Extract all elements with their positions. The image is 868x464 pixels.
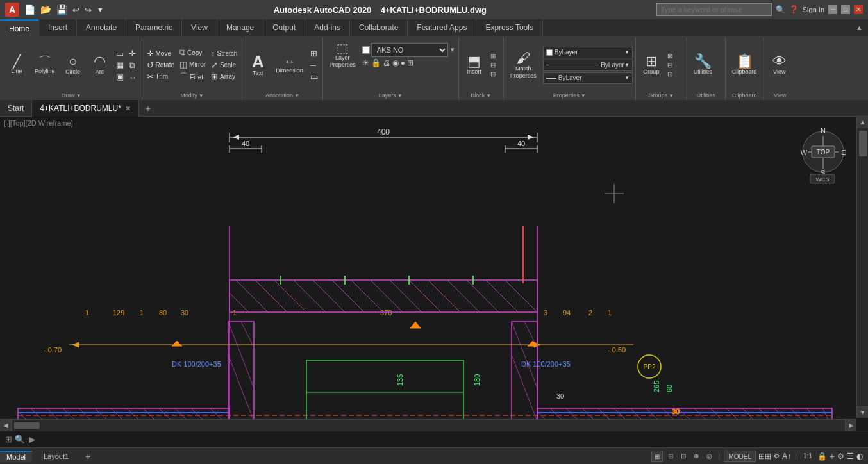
line-button[interactable]: ╱ Line xyxy=(4,53,29,78)
sign-in-btn[interactable]: Sign In xyxy=(803,6,824,13)
scroll-left-btn[interactable]: ◀ xyxy=(0,420,12,431)
model-space-btn[interactable]: MODEL xyxy=(724,451,756,462)
close-btn[interactable]: ✕ xyxy=(854,5,863,14)
layout1-tab[interactable]: Layout1 xyxy=(37,451,75,461)
scroll-thumb-v[interactable] xyxy=(859,131,867,156)
max-btn[interactable]: □ xyxy=(841,5,850,14)
stretch-button[interactable]: ↔ xyxy=(127,72,139,83)
drawing-tab-close[interactable]: ✕ xyxy=(125,100,131,117)
mirror-tool[interactable]: ◫Mirror xyxy=(178,59,208,70)
view-button[interactable]: 👁 View xyxy=(767,52,792,78)
new-layout-btn[interactable]: + xyxy=(80,448,96,465)
block-s1[interactable]: ⊞ xyxy=(488,52,497,60)
tab-addins[interactable]: Add-ins xyxy=(305,19,350,36)
tab-start[interactable]: Start xyxy=(0,100,32,117)
zoom-scale[interactable]: 1:1 xyxy=(801,452,815,460)
scroll-right-btn[interactable]: ▶ xyxy=(845,420,856,431)
rectangle-button[interactable]: ▭ xyxy=(114,48,126,59)
layer-properties-button[interactable]: ⬚ LayerProperties xyxy=(326,39,360,71)
copy-button[interactable]: ⧉ xyxy=(127,60,139,71)
groups-s2[interactable]: ⊟ xyxy=(665,61,674,69)
redo-btn[interactable]: ↪ xyxy=(85,5,92,15)
lineweight-dropdown[interactable]: ByLayer ▼ xyxy=(543,72,633,84)
layer-dropdown-arrow[interactable]: ▼ xyxy=(449,46,456,53)
tab-output[interactable]: Output xyxy=(263,19,305,36)
gradient-button[interactable]: ▣ xyxy=(114,71,126,82)
save-btn[interactable]: 💾 xyxy=(56,4,67,15)
plus-btn[interactable]: + xyxy=(830,451,835,461)
panels-icon[interactable]: ☰ xyxy=(847,452,854,461)
linetype-dropdown[interactable]: ByLayer ▼ xyxy=(543,60,633,71)
draw-group-label[interactable]: Draw ▼ xyxy=(4,91,139,100)
scroll-thumb-h[interactable] xyxy=(14,422,40,429)
stretch-tool[interactable]: ↕Stretch xyxy=(209,48,239,59)
block-s3[interactable]: ⊡ xyxy=(488,70,497,78)
tab-collaborate[interactable]: Collaborate xyxy=(350,19,408,36)
new-btn[interactable]: 📄 xyxy=(24,4,35,15)
cmdline-input[interactable] xyxy=(39,433,863,446)
drawing-canvas[interactable]: 400 40 40 1 129 xyxy=(0,117,856,431)
groups-s1[interactable]: ⊠ xyxy=(665,52,674,60)
move-tool[interactable]: ✛Move xyxy=(145,48,176,59)
scroll-down-btn[interactable]: ▼ xyxy=(857,406,869,418)
scrollbar-horizontal[interactable]: ◀ ▶ xyxy=(0,419,856,431)
layer-icon4[interactable]: ◉ xyxy=(392,58,399,67)
groups-s3[interactable]: ⊡ xyxy=(665,70,674,78)
tab-manage[interactable]: Manage xyxy=(217,19,263,36)
modify-expand-arrow[interactable]: ▼ xyxy=(199,93,204,99)
tab-drawing[interactable]: 4+KATLI+BODRUMLU* ✕ xyxy=(32,100,139,117)
model-tab[interactable]: Model xyxy=(0,451,32,462)
circle-button[interactable]: ○ Circle xyxy=(60,52,86,78)
undo-btn[interactable]: ↩ xyxy=(72,5,79,15)
hatch-button[interactable]: ▦ xyxy=(114,60,126,70)
dimension-button[interactable]: ↔ Dimension xyxy=(272,53,307,77)
viewport-container[interactable]: [-][Top][2D Wireframe] 400 xyxy=(0,117,868,431)
block-group-label[interactable]: Block ▼ xyxy=(462,91,501,100)
tab-view[interactable]: View xyxy=(182,19,217,36)
text-button[interactable]: A Text xyxy=(245,51,271,79)
scroll-up-btn[interactable]: ▲ xyxy=(857,117,869,128)
group-button[interactable]: ⊞ Group xyxy=(638,52,664,78)
osnap-toggle[interactable]: ◎ xyxy=(704,451,715,462)
annotation-expand-arrow[interactable]: ▼ xyxy=(294,93,299,99)
color-dropdown[interactable]: ByLayer ▼ xyxy=(543,47,633,58)
layer-icon6[interactable]: ⊞ xyxy=(407,58,413,67)
polyline-button[interactable]: ⌒ Polyline xyxy=(31,53,59,78)
match-properties-button[interactable]: 🖌 MatchProperties xyxy=(506,49,540,82)
polar-toggle[interactable]: ⊕ xyxy=(691,451,701,462)
copy-tool[interactable]: ⧉Copy xyxy=(178,47,208,58)
search-input[interactable] xyxy=(656,3,772,16)
min-btn[interactable]: ─ xyxy=(828,5,837,14)
groups-expand-arrow[interactable]: ▼ xyxy=(669,93,674,99)
layer-select[interactable]: AKS NO xyxy=(371,43,448,57)
tab-annotate[interactable]: Annotate xyxy=(77,19,126,36)
layer-icon2[interactable]: 🔒 xyxy=(371,58,381,67)
properties-expand-arrow[interactable]: ▼ xyxy=(581,93,586,99)
trim-tool[interactable]: ✂Trim xyxy=(145,71,176,82)
layer-icon1[interactable]: ☀ xyxy=(362,58,369,67)
arc-button[interactable]: ◠ Arc xyxy=(87,52,113,78)
tab-parametric[interactable]: Parametric xyxy=(126,19,182,36)
insert-button[interactable]: ⬒ Insert xyxy=(462,52,487,78)
fillet-tool[interactable]: ⌒Fillet xyxy=(178,70,208,83)
annotation-icon[interactable]: A↑ xyxy=(782,451,791,462)
utilities-button[interactable]: 🔧 Utilities xyxy=(690,52,716,78)
open-btn[interactable]: 📂 xyxy=(40,4,51,15)
move-button[interactable]: ✛ xyxy=(127,48,139,59)
scrollbar-vertical[interactable]: ▲ ▼ xyxy=(856,117,868,418)
annotation-scale[interactable]: ⚙ xyxy=(774,451,780,462)
anno-s1[interactable]: ⊞ xyxy=(308,48,320,59)
help-icon[interactable]: ❓ xyxy=(789,5,799,14)
cmdline-search-icon[interactable]: 🔍 xyxy=(15,435,25,444)
lock-icon[interactable]: 🔒 xyxy=(817,452,827,461)
modify-group-label[interactable]: Modify ▼ xyxy=(145,91,240,100)
block-expand-arrow[interactable]: ▼ xyxy=(486,93,491,99)
ribbon-toggle[interactable]: ▲ xyxy=(856,24,863,31)
tab-home[interactable]: Home xyxy=(0,19,39,36)
grid-toggle[interactable]: ⊞ xyxy=(651,451,663,462)
properties-group-label[interactable]: Properties ▼ xyxy=(506,91,633,100)
settings-icon[interactable]: ⚙ xyxy=(837,452,844,461)
grid-icons[interactable]: ⊞⊞ xyxy=(758,452,771,461)
anno-s3[interactable]: ▭ xyxy=(308,71,320,82)
annotation-group-label[interactable]: Annotation ▼ xyxy=(245,91,320,100)
